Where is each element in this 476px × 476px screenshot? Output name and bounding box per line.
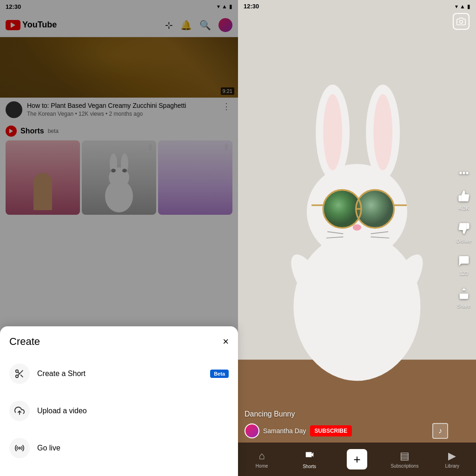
right-nav-create[interactable]: + [333,449,381,469]
right-signal-icon: ▲ [460,3,465,10]
right-library-icon: ▶ [448,450,456,462]
comment-count: 123 [460,271,468,276]
create-short-label: Create a Short [37,370,203,378]
live-icon [14,443,25,453]
right-home-icon: ⌂ [259,450,265,462]
right-nav-shorts[interactable]: Shorts [285,450,333,469]
right-status-time: 12:30 [244,3,259,10]
upload-video-label: Upload a video [37,407,229,415]
create-short-item[interactable]: Create a Short Beta [0,355,238,392]
share-svg [457,287,470,300]
right-wifi-icon: ▾ [455,3,458,10]
bunny-video-svg [238,0,476,476]
svg-point-18 [323,94,342,171]
shorts-channel-avatar[interactable] [245,423,259,438]
more-options-button[interactable]: ••• [459,168,469,178]
svg-point-37 [460,20,463,24]
like-icon [456,188,472,205]
create-modal-title: Create [9,336,40,348]
create-close-button[interactable]: × [223,337,229,347]
upload-video-icon [9,401,30,421]
svg-point-12 [19,447,20,449]
right-subs-label: Subscriptions [390,463,418,469]
shorts-video-background [238,0,476,476]
right-subs-icon: ▤ [400,450,410,462]
comment-action[interactable]: 123 [456,253,472,276]
right-nav-subscriptions[interactable]: ▤ Subscriptions [381,450,428,469]
right-bottom-nav: ⌂ Home Shorts + ▤ Subscriptions ▶ Librar… [238,443,476,476]
svg-line-10 [18,372,20,374]
camera-svg-icon [456,17,466,26]
channel-row: Samantha Day SUBSCRIBE ♪ [245,423,448,439]
go-live-item[interactable]: Go live [0,430,238,467]
upload-video-item[interactable]: Upload a video [0,392,238,430]
comment-svg [457,255,470,268]
go-live-label: Go live [37,444,229,452]
share-icon [456,285,472,302]
share-label: Share [457,303,470,309]
right-shorts-icon [304,450,315,463]
right-create-plus[interactable]: + [347,449,367,469]
right-shorts-label: Shorts [303,464,316,469]
dislike-label: Dislike [456,238,471,244]
upload-icon [14,406,25,416]
side-actions: ••• 4.3K Dislike [456,168,472,309]
right-nav-home[interactable]: ⌂ Home [238,450,285,469]
shorts-nav-svg [304,450,315,460]
svg-point-30 [353,224,361,231]
svg-point-7 [16,375,19,378]
dislike-action[interactable]: Dislike [456,220,472,244]
thumbsup-svg [457,190,470,203]
camera-button[interactable] [453,13,469,30]
create-modal-header: Create × [0,336,238,355]
comment-icon [456,253,472,270]
shorts-channel-name: Samantha Day [263,427,306,435]
right-battery-icon: ▮ [467,3,470,10]
right-status-icons: ▾ ▲ ▮ [455,3,470,10]
like-action[interactable]: 4.3K [456,188,472,211]
right-panel: 12:30 ▾ ▲ ▮ ••• 4.3K [238,0,476,476]
dislike-icon [456,220,472,237]
share-action[interactable]: Share [456,285,472,309]
video-bottom-info: Dancing Bunny Samantha Day SUBSCRIBE ♪ [245,410,448,439]
beta-badge: Beta [210,370,229,378]
left-panel: 12:30 ▾ ▲ ▮ YouTube ⊹ 🔔 🔍 9:21 How to: P… [0,0,238,476]
right-status-bar: 12:30 ▾ ▲ ▮ [238,0,476,13]
like-count: 4.3K [459,205,469,211]
create-modal: Create × Create a Short Beta [0,326,238,476]
right-home-label: Home [256,463,268,469]
shorts-video-title: Dancing Bunny [245,410,448,418]
svg-line-9 [20,375,23,377]
create-short-icon [9,364,30,384]
right-nav-library[interactable]: ▶ Library [429,450,476,469]
svg-point-6 [16,370,19,373]
right-library-label: Library [445,463,460,469]
scissors-icon [14,369,25,379]
go-live-icon [9,438,30,458]
music-icon-button[interactable]: ♪ [432,423,448,439]
svg-point-20 [373,94,392,171]
subscribe-button[interactable]: SUBSCRIBE [310,425,352,436]
thumbsdown-svg [457,222,470,235]
